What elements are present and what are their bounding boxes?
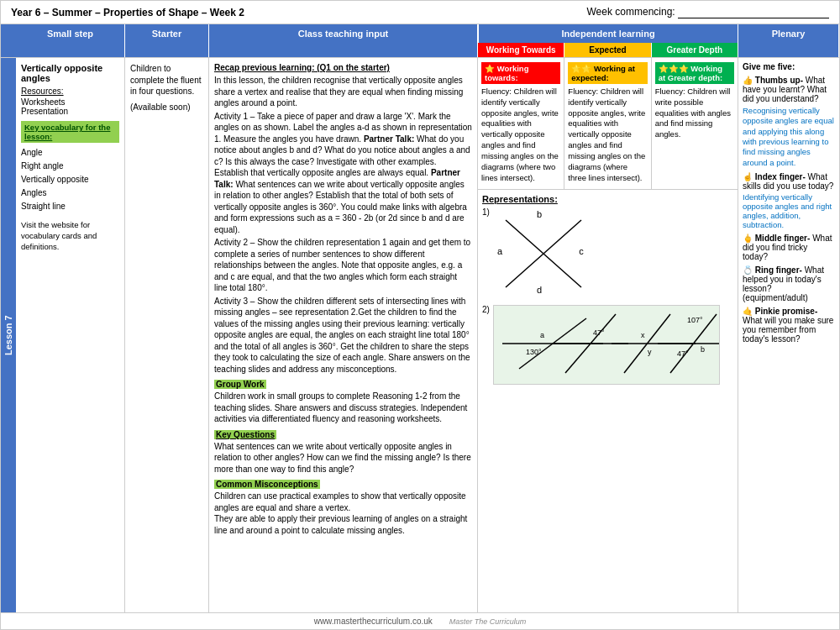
lesson-label: Lesson 7	[1, 58, 16, 612]
pinkie-text: What will you make sure you remember fro…	[743, 316, 833, 344]
thumbs-up-section: 👍 Thumbs up- What have you learnt? What …	[743, 76, 835, 103]
starter-column: Children to complete the fluent in four …	[125, 58, 209, 612]
representations-label: Representations:	[482, 194, 733, 204]
middle-section: 🖕 Middle finger- What did you find trick…	[743, 234, 835, 261]
group-work-text: Children work in small groups to complet…	[214, 391, 472, 425]
gd-text: Fluency: Children will write possible eq…	[655, 87, 734, 140]
common-misc-heading: Common Misconceptions	[214, 480, 320, 489]
starter-text: Children to complete the fluent in four …	[130, 63, 203, 97]
small-step-column: Vertically opposite angles Resources: Wo…	[16, 58, 125, 612]
col-header-starter: Starter	[125, 24, 209, 57]
wt-text: Fluency: Children will identify vertical…	[481, 87, 560, 183]
representations-section: Representations: 1) b d a c	[478, 190, 738, 612]
svg-text:b: b	[701, 345, 705, 354]
index-section: ☝️ Index finger- What skills did you use…	[743, 172, 835, 191]
index-skills-text: Identifying vertically opposite angles a…	[743, 192, 835, 229]
diagram1-svg: b d a c	[493, 207, 594, 300]
pinkie-section: 🤙 Pinkie promise- What will you make sur…	[743, 307, 835, 344]
svg-text:47°: 47°	[677, 349, 689, 358]
footer-logo: Master The Curriculum	[449, 617, 527, 626]
sub-header-expected: Expected	[564, 43, 651, 57]
common-misc-text: Children can use practical examples to s…	[214, 491, 472, 536]
starter-available: (Available soon)	[130, 102, 203, 112]
diagram1-container: 1) b d a c	[482, 207, 733, 300]
activity1-text: Activity 1 – Take a piece of paper and d…	[214, 111, 472, 236]
plenary-column: Give me five: 👍 Thumbs up- What have you…	[738, 58, 839, 612]
thumbs-label: 👍 Thumbs up-	[743, 76, 803, 85]
vocab-angle: Angle	[21, 146, 119, 160]
recap-heading: Recap previous learning: (Q1 on the star…	[214, 63, 472, 72]
footer-url: www.masterthecurriculum.co.uk	[314, 617, 433, 626]
ring-section: 💍 Ring finger- What helped you in today'…	[743, 265, 835, 302]
greater-depth-col: ⭐⭐⭐ Working at Greater depth: Fluency: C…	[652, 58, 738, 189]
expected-col: ⭐⭐ Working at expected: Fluency: Childre…	[564, 58, 651, 189]
pinkie-label: 🤙 Pinkie promise-	[743, 307, 817, 316]
resource-presentation: Presentation	[21, 107, 119, 116]
sub-header-greater: Greater Depth	[652, 43, 738, 57]
class-teaching-column: Recap previous learning: (Q1 on the star…	[209, 58, 478, 612]
indep-learning-label: Independent learning	[478, 24, 738, 43]
small-step-title: Vertically opposite angles	[21, 63, 119, 83]
sub-header-working: Working Towards	[478, 43, 564, 57]
indep-sub-headers: Working Towards Expected Greater Depth	[478, 43, 738, 57]
working-towards-col: ⭐ Working towards: Fluency: Children wil…	[478, 58, 564, 189]
col-header-class-teaching: Class teaching input	[209, 24, 478, 57]
column-headers: Small step Starter Class teaching input …	[1, 24, 839, 58]
exp-text: Fluency: Children will identify vertical…	[568, 87, 647, 183]
vocab-vertically-opposite: Vertically opposite	[21, 173, 119, 186]
vocab-angles: Angles	[21, 186, 119, 200]
indep-learning-column: ⭐ Working towards: Fluency: Children wil…	[478, 58, 738, 612]
indep-top-section: ⭐ Working towards: Fluency: Children wil…	[478, 58, 738, 190]
main-content: Lesson 7 Vertically opposite angles Reso…	[1, 58, 839, 612]
header-title: Year 6 – Summer – Properties of Shape – …	[11, 7, 244, 18]
svg-text:b: b	[537, 209, 542, 219]
svg-text:47°: 47°	[593, 328, 605, 337]
col-header-plenary: Plenary	[738, 24, 839, 57]
week-line	[678, 6, 829, 18]
key-questions-heading: Key Questions	[214, 430, 276, 439]
vocab-straight-line: Straight line	[21, 200, 119, 213]
recap-text: In this lesson, the children recognise t…	[214, 75, 472, 109]
diagram1-label: 1)	[482, 207, 490, 217]
svg-text:107°: 107°	[687, 316, 703, 324]
ring-label: 💍 Ring finger-	[743, 265, 802, 275]
header: Year 6 – Summer – Properties of Shape – …	[1, 1, 839, 24]
page-container: Year 6 – Summer – Properties of Shape – …	[0, 0, 840, 630]
visit-text: Visit the website for vocabulary cards a…	[21, 220, 119, 252]
exp-heading: ⭐⭐ Working at expected:	[568, 62, 647, 84]
diagram2-container: 2) a 130° 47°	[482, 305, 733, 385]
recognising-text: Recognising vertically opposite angles a…	[743, 106, 835, 168]
gd-heading: ⭐⭐⭐ Working at Greater depth:	[655, 62, 734, 84]
col-header-small-step: Small step	[16, 24, 125, 57]
group-work-heading: Group Work	[214, 380, 266, 389]
svg-text:130°: 130°	[526, 348, 542, 356]
resources-label: Resources:	[21, 87, 119, 96]
activity3-text: Activity 3 – Show the children different…	[214, 296, 472, 375]
index-label: ☝️ Index finger-	[743, 172, 806, 181]
middle-label: 🖕 Middle finger-	[743, 234, 810, 243]
svg-text:d: d	[537, 285, 542, 295]
header-week: Week commencing:	[587, 6, 830, 18]
col-header-indep: Independent learning Working Towards Exp…	[478, 24, 738, 57]
activity2-text: Activity 2 – Show the children represent…	[214, 237, 472, 294]
diagram2-label: 2)	[482, 305, 490, 314]
svg-text:a: a	[540, 331, 544, 339]
plenary-intro: Give me five:	[743, 62, 835, 71]
vocab-right-angle: Right angle	[21, 160, 119, 173]
svg-text:x: x	[641, 331, 645, 339]
svg-text:c: c	[579, 246, 584, 256]
key-vocab-label: Key vocabulary for the lesson:	[21, 121, 119, 143]
key-questions-text: What sentences can we write about vertic…	[214, 441, 472, 475]
wt-heading: ⭐ Working towards:	[481, 62, 560, 84]
diagram2-svg: a 130° 47° x y	[493, 305, 720, 385]
vocab-list: Angle Right angle Vertically opposite An…	[21, 146, 119, 213]
resource-worksheets: Worksheets	[21, 97, 119, 107]
footer: www.masterthecurriculum.co.uk Master The…	[1, 612, 839, 629]
svg-text:a: a	[497, 246, 503, 256]
svg-text:y: y	[648, 348, 652, 356]
